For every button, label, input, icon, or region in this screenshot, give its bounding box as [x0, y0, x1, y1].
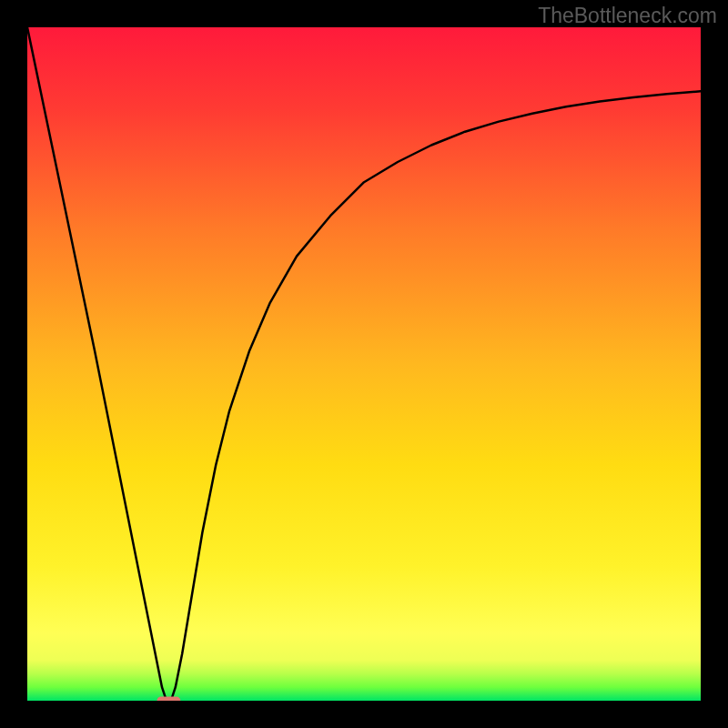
- chart-svg: [27, 27, 701, 701]
- marker-optimal-marker: [157, 697, 180, 701]
- watermark-text: TheBottleneck.com: [538, 4, 717, 28]
- plot-area: [27, 27, 701, 701]
- gradient-background: [27, 27, 701, 701]
- chart-container: TheBottleneck.com: [0, 0, 728, 728]
